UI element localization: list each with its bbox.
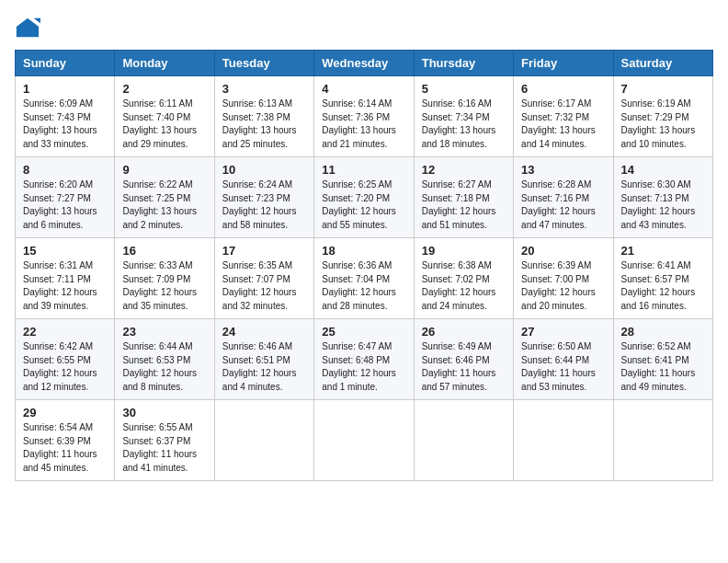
day-number: 27 <box>521 325 605 339</box>
page-header <box>15 15 713 40</box>
day-info: Sunrise: 6:38 AMSunset: 7:02 PMDaylight:… <box>422 259 506 313</box>
day-number: 3 <box>222 82 306 96</box>
calendar-cell: 8 Sunrise: 6:20 AMSunset: 7:27 PMDayligh… <box>16 157 115 238</box>
logo-icon <box>15 15 40 40</box>
day-number: 24 <box>222 325 306 339</box>
calendar-cell: 17 Sunrise: 6:35 AMSunset: 7:07 PMDaylig… <box>214 238 313 319</box>
day-number: 13 <box>521 163 605 177</box>
svg-marker-0 <box>17 18 39 38</box>
calendar-cell: 24 Sunrise: 6:46 AMSunset: 6:51 PMDaylig… <box>214 319 313 400</box>
calendar-cell: 11 Sunrise: 6:25 AMSunset: 7:20 PMDaylig… <box>314 157 414 238</box>
day-info: Sunrise: 6:13 AMSunset: 7:38 PMDaylight:… <box>222 98 306 151</box>
calendar-cell <box>613 400 712 481</box>
day-info: Sunrise: 6:30 AMSunset: 7:13 PMDaylight:… <box>621 178 705 232</box>
day-info: Sunrise: 6:14 AMSunset: 7:36 PMDaylight:… <box>322 98 405 151</box>
day-number: 22 <box>23 325 107 339</box>
weekday-header: Wednesday <box>314 51 414 76</box>
calendar-cell: 22 Sunrise: 6:42 AMSunset: 6:55 PMDaylig… <box>16 319 115 400</box>
weekday-header: Saturday <box>613 51 712 76</box>
day-number: 28 <box>621 325 705 339</box>
day-number: 12 <box>422 163 506 177</box>
day-info: Sunrise: 6:16 AMSunset: 7:34 PMDaylight:… <box>422 98 506 151</box>
calendar-header: SundayMondayTuesdayWednesdayThursdayFrid… <box>16 51 713 76</box>
day-number: 11 <box>322 163 405 177</box>
day-number: 21 <box>621 244 705 258</box>
calendar-cell: 5 Sunrise: 6:16 AMSunset: 7:34 PMDayligh… <box>414 76 513 157</box>
day-info: Sunrise: 6:20 AMSunset: 7:27 PMDaylight:… <box>23 178 107 232</box>
day-number: 10 <box>222 163 306 177</box>
calendar-week: 8 Sunrise: 6:20 AMSunset: 7:27 PMDayligh… <box>16 157 713 238</box>
calendar: SundayMondayTuesdayWednesdayThursdayFrid… <box>15 50 713 481</box>
day-info: Sunrise: 6:28 AMSunset: 7:16 PMDaylight:… <box>521 178 605 232</box>
day-number: 16 <box>122 244 206 258</box>
calendar-cell: 10 Sunrise: 6:24 AMSunset: 7:23 PMDaylig… <box>214 157 313 238</box>
day-number: 29 <box>23 406 107 419</box>
day-info: Sunrise: 6:35 AMSunset: 7:07 PMDaylight:… <box>222 259 306 313</box>
day-number: 2 <box>122 82 206 96</box>
calendar-cell: 25 Sunrise: 6:47 AMSunset: 6:48 PMDaylig… <box>314 319 414 400</box>
calendar-cell: 1 Sunrise: 6:09 AMSunset: 7:43 PMDayligh… <box>16 76 115 157</box>
calendar-cell <box>314 400 414 481</box>
weekday-header: Sunday <box>16 51 115 76</box>
calendar-cell <box>414 400 513 481</box>
day-info: Sunrise: 6:09 AMSunset: 7:43 PMDaylight:… <box>23 98 107 151</box>
day-info: Sunrise: 6:54 AMSunset: 6:39 PMDaylight:… <box>23 421 107 475</box>
day-number: 23 <box>122 325 206 339</box>
day-info: Sunrise: 6:52 AMSunset: 6:41 PMDaylight:… <box>621 340 705 394</box>
day-number: 5 <box>422 82 506 96</box>
calendar-cell: 6 Sunrise: 6:17 AMSunset: 7:32 PMDayligh… <box>514 76 613 157</box>
day-info: Sunrise: 6:36 AMSunset: 7:04 PMDaylight:… <box>322 259 405 313</box>
day-info: Sunrise: 6:41 AMSunset: 6:57 PMDaylight:… <box>621 259 705 313</box>
day-info: Sunrise: 6:25 AMSunset: 7:20 PMDaylight:… <box>322 178 405 232</box>
day-number: 20 <box>521 244 605 258</box>
day-info: Sunrise: 6:19 AMSunset: 7:29 PMDaylight:… <box>621 98 705 151</box>
calendar-cell: 2 Sunrise: 6:11 AMSunset: 7:40 PMDayligh… <box>115 76 214 157</box>
weekday-header: Monday <box>115 51 214 76</box>
calendar-week: 1 Sunrise: 6:09 AMSunset: 7:43 PMDayligh… <box>16 76 713 157</box>
calendar-cell: 3 Sunrise: 6:13 AMSunset: 7:38 PMDayligh… <box>214 76 313 157</box>
day-number: 14 <box>621 163 705 177</box>
calendar-cell: 20 Sunrise: 6:39 AMSunset: 7:00 PMDaylig… <box>514 238 613 319</box>
day-number: 7 <box>621 82 705 96</box>
day-info: Sunrise: 6:44 AMSunset: 6:53 PMDaylight:… <box>122 340 206 394</box>
calendar-cell: 13 Sunrise: 6:28 AMSunset: 7:16 PMDaylig… <box>514 157 613 238</box>
calendar-cell: 7 Sunrise: 6:19 AMSunset: 7:29 PMDayligh… <box>613 76 712 157</box>
day-number: 25 <box>322 325 405 339</box>
calendar-cell: 23 Sunrise: 6:44 AMSunset: 6:53 PMDaylig… <box>115 319 214 400</box>
day-info: Sunrise: 6:50 AMSunset: 6:44 PMDaylight:… <box>521 340 605 394</box>
calendar-cell: 16 Sunrise: 6:33 AMSunset: 7:09 PMDaylig… <box>115 238 214 319</box>
calendar-cell: 29 Sunrise: 6:54 AMSunset: 6:39 PMDaylig… <box>16 400 115 481</box>
day-number: 30 <box>122 406 206 419</box>
weekday-header: Tuesday <box>214 51 313 76</box>
day-info: Sunrise: 6:33 AMSunset: 7:09 PMDaylight:… <box>122 259 206 313</box>
day-number: 4 <box>322 82 405 96</box>
calendar-cell: 19 Sunrise: 6:38 AMSunset: 7:02 PMDaylig… <box>414 238 513 319</box>
day-info: Sunrise: 6:42 AMSunset: 6:55 PMDaylight:… <box>23 340 107 394</box>
day-number: 9 <box>122 163 206 177</box>
calendar-cell: 4 Sunrise: 6:14 AMSunset: 7:36 PMDayligh… <box>314 76 414 157</box>
calendar-cell: 9 Sunrise: 6:22 AMSunset: 7:25 PMDayligh… <box>115 157 214 238</box>
day-number: 8 <box>23 163 107 177</box>
logo <box>15 15 44 40</box>
day-number: 15 <box>23 244 107 258</box>
day-info: Sunrise: 6:27 AMSunset: 7:18 PMDaylight:… <box>422 178 506 232</box>
day-info: Sunrise: 6:11 AMSunset: 7:40 PMDaylight:… <box>122 98 206 151</box>
day-number: 18 <box>322 244 405 258</box>
calendar-cell <box>214 400 313 481</box>
calendar-cell: 12 Sunrise: 6:27 AMSunset: 7:18 PMDaylig… <box>414 157 513 238</box>
day-info: Sunrise: 6:55 AMSunset: 6:37 PMDaylight:… <box>122 421 206 475</box>
day-info: Sunrise: 6:22 AMSunset: 7:25 PMDaylight:… <box>122 178 206 232</box>
calendar-cell: 21 Sunrise: 6:41 AMSunset: 6:57 PMDaylig… <box>613 238 712 319</box>
day-number: 26 <box>422 325 506 339</box>
weekday-header: Thursday <box>414 51 513 76</box>
calendar-cell: 26 Sunrise: 6:49 AMSunset: 6:46 PMDaylig… <box>414 319 513 400</box>
calendar-cell: 30 Sunrise: 6:55 AMSunset: 6:37 PMDaylig… <box>115 400 214 481</box>
day-number: 19 <box>422 244 506 258</box>
day-number: 17 <box>222 244 306 258</box>
day-number: 1 <box>23 82 107 96</box>
calendar-week: 22 Sunrise: 6:42 AMSunset: 6:55 PMDaylig… <box>16 319 713 400</box>
day-info: Sunrise: 6:31 AMSunset: 7:11 PMDaylight:… <box>23 259 107 313</box>
day-info: Sunrise: 6:24 AMSunset: 7:23 PMDaylight:… <box>222 178 306 232</box>
day-number: 6 <box>521 82 605 96</box>
calendar-cell: 14 Sunrise: 6:30 AMSunset: 7:13 PMDaylig… <box>613 157 712 238</box>
